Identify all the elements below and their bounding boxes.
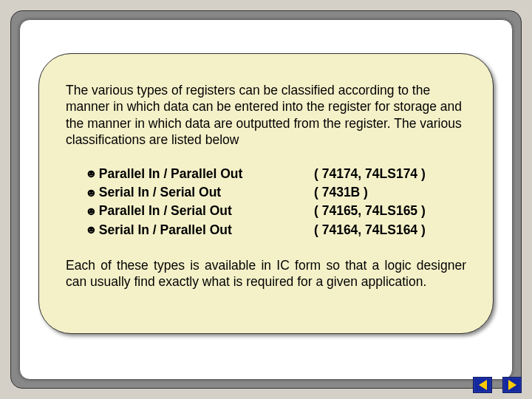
list-item: ☻ Serial In / Parallel Out ( 74164, 74LS… — [85, 221, 466, 239]
type-name: Parallel In / Serial Out — [99, 202, 232, 220]
type-ic: ( 7431B ) — [314, 183, 466, 202]
bullet-icon: ☻ — [85, 205, 98, 217]
type-ic: ( 74174, 74LS174 ) — [314, 165, 466, 183]
arrow-right-icon — [508, 380, 516, 390]
intro-paragraph: The various types of registers can be cl… — [66, 82, 466, 149]
type-name: Serial In / Serial Out — [99, 183, 221, 202]
bullet-icon: ☻ — [85, 224, 98, 236]
type-ic: ( 74165, 74LS165 ) — [314, 202, 466, 220]
prev-button[interactable] — [473, 377, 492, 393]
arrow-left-icon — [479, 380, 487, 390]
outro-paragraph: Each of these types is available in IC f… — [66, 257, 466, 290]
type-name: Parallel In / Parallel Out — [99, 165, 243, 183]
type-ic: ( 74164, 74LS164 ) — [314, 221, 466, 239]
type-name: Serial In / Parallel Out — [99, 221, 232, 239]
register-types-list: ☻ Parallel In / Parallel Out ( 74174, 74… — [66, 165, 466, 240]
list-item: ☻ Parallel In / Serial Out ( 74165, 74LS… — [85, 202, 466, 220]
bullet-icon: ☻ — [85, 187, 98, 199]
bullet-icon: ☻ — [85, 168, 98, 180]
list-item: ☻ Parallel In / Parallel Out ( 74174, 74… — [85, 165, 466, 183]
next-button[interactable] — [502, 377, 522, 393]
nav-controls — [473, 377, 522, 393]
content-card: The various types of registers can be cl… — [38, 53, 494, 334]
list-item: ☻ Serial In / Serial Out ( 7431B ) — [85, 183, 466, 202]
